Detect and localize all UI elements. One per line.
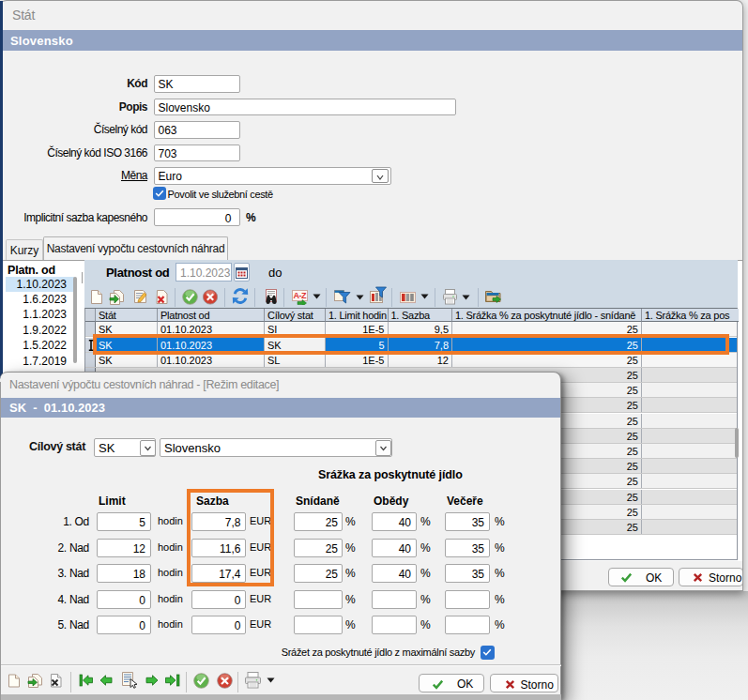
svg-text:A-Z: A-Z: [294, 291, 307, 300]
